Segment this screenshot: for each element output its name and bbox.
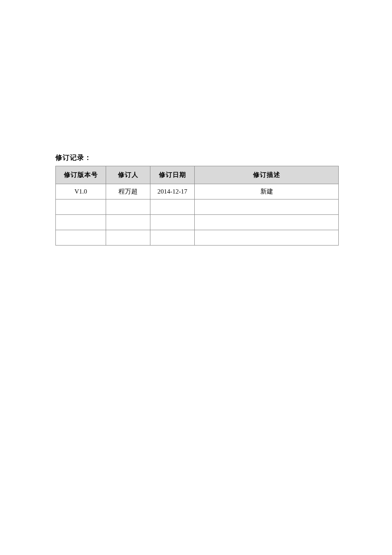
table-header-row: 修订版本号 修订人 修订日期 修订描述 [56,166,339,184]
cell-version: V1.0 [56,184,106,199]
cell-person [106,215,150,230]
cell-description: 新建 [195,184,339,199]
cell-version [56,215,106,230]
revision-record-section: 修订记录： 修订版本号 修订人 修订日期 修订描述 V1.0 程万超 2014-… [55,153,338,246]
table-row [56,199,339,215]
cell-version [56,230,106,246]
cell-date [150,215,195,230]
table-row [56,215,339,230]
table-row: V1.0 程万超 2014-12-17 新建 [56,184,339,199]
header-person: 修订人 [106,166,150,184]
cell-person [106,199,150,215]
cell-person: 程万超 [106,184,150,199]
cell-description [195,215,339,230]
cell-version [56,199,106,215]
header-date: 修订日期 [150,166,195,184]
cell-date: 2014-12-17 [150,184,195,199]
table-row [56,230,339,246]
revision-table: 修订版本号 修订人 修订日期 修订描述 V1.0 程万超 2014-12-17 … [55,166,339,246]
header-description: 修订描述 [195,166,339,184]
cell-description [195,199,339,215]
cell-description [195,230,339,246]
section-title: 修订记录： [55,153,338,162]
cell-date [150,199,195,215]
cell-date [150,230,195,246]
cell-person [106,230,150,246]
header-version: 修订版本号 [56,166,106,184]
